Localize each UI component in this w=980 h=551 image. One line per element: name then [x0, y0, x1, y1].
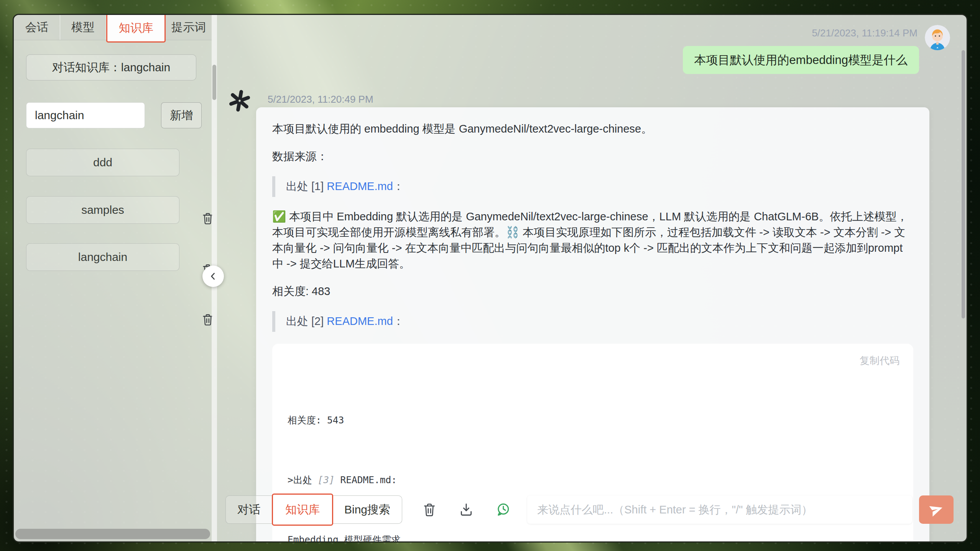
project-description-paragraph: ✅ 本项目中 Embedding 默认选用的是 GanymedeNil/text…: [272, 209, 913, 272]
sidebar: 会话 模型 知识库 提示词 对话知识库：langchain 新增 ddd sam…: [14, 15, 217, 541]
paper-plane-icon: [927, 500, 946, 519]
mode-button-bing-search[interactable]: Bing搜索: [333, 496, 402, 523]
code-line: >出处 [3] README.md:: [288, 472, 899, 487]
copy-code-button[interactable]: 复制代码: [288, 354, 899, 368]
history-clock-icon[interactable]: [496, 502, 510, 517]
chat-main: 5/21/2023, 11:19:14 PM 本项目默认使用的embedding…: [217, 15, 967, 541]
readme-link[interactable]: README.md: [327, 315, 393, 327]
knowledge-base-item-samples[interactable]: samples: [26, 196, 179, 224]
source-label: 出处 [2]: [286, 315, 327, 327]
send-button[interactable]: [919, 495, 954, 524]
sidebar-collapse-button[interactable]: [202, 266, 224, 287]
chevron-left-icon: [208, 271, 218, 281]
source-quote-1: 出处 [1] README.md：: [272, 176, 913, 197]
assistant-message-card: 本项目默认使用的 embedding 模型是 GanymedeNil/text2…: [256, 107, 929, 543]
user-message-timestamp: 5/21/2023, 11:19:14 PM: [812, 27, 918, 39]
sidebar-tabs: 会话 模型 知识库 提示词: [14, 15, 212, 40]
knowledge-base-item-langchain[interactable]: langchain: [26, 243, 179, 271]
tab-model[interactable]: 模型: [60, 15, 107, 40]
tab-conversation[interactable]: 会话: [14, 15, 60, 40]
add-knowledge-base-button[interactable]: 新增: [161, 102, 202, 128]
mode-switch-group: 对话 知识库 Bing搜索: [225, 495, 402, 524]
chat-toolbar: 对话 知识库 Bing搜索: [225, 495, 954, 524]
user-avatar: [925, 25, 950, 50]
tab-prompts[interactable]: 提示词: [166, 15, 212, 40]
assistant-message-timestamp: 5/21/2023, 11:20:49 PM: [268, 93, 373, 105]
user-message: 5/21/2023, 11:19:14 PM 本项目默认使用的embedding…: [683, 25, 950, 74]
user-message-bubble: 本项目默认使用的embedding模型是什么: [683, 46, 919, 74]
chat-scrollbar-thumb[interactable]: [962, 50, 965, 318]
source-colon: ：: [393, 315, 404, 327]
tab-knowledge-base[interactable]: 知识库: [106, 14, 166, 43]
clear-conversation-trash-icon[interactable]: [422, 502, 437, 517]
source-quote-2: 出处 [2] README.md：: [272, 311, 913, 331]
sidebar-scrollbar-thumb[interactable]: [212, 65, 216, 100]
openai-logo-icon: [227, 89, 252, 113]
knowledge-base-name-input[interactable]: [26, 102, 145, 128]
mode-button-knowledge-base[interactable]: 知识库: [272, 494, 333, 526]
readme-link[interactable]: README.md: [327, 180, 393, 192]
knowledge-base-item-ddd[interactable]: ddd: [26, 149, 179, 176]
source-label: 出处 [1]: [286, 180, 327, 192]
code-line: Embedding 模型硬件需求: [288, 532, 899, 543]
code-line: 相关度: 543: [288, 413, 899, 428]
app-window: 会话 模型 知识库 提示词 对话知识库：langchain 新增 ddd sam…: [13, 14, 968, 543]
answer-paragraph: 本项目默认使用的 embedding 模型是 GanymedeNil/text2…: [272, 121, 913, 137]
data-source-heading: 数据来源：: [272, 149, 913, 164]
source-colon: ：: [393, 180, 404, 192]
export-download-icon[interactable]: [459, 502, 474, 517]
mode-button-chat[interactable]: 对话: [226, 496, 272, 523]
current-knowledge-base-label: 对话知识库：langchain: [26, 54, 196, 80]
relevance-score: 相关度: 483: [272, 284, 913, 299]
sidebar-horizontal-scrollbar-thumb[interactable]: [15, 529, 210, 539]
message-input[interactable]: [527, 495, 912, 524]
